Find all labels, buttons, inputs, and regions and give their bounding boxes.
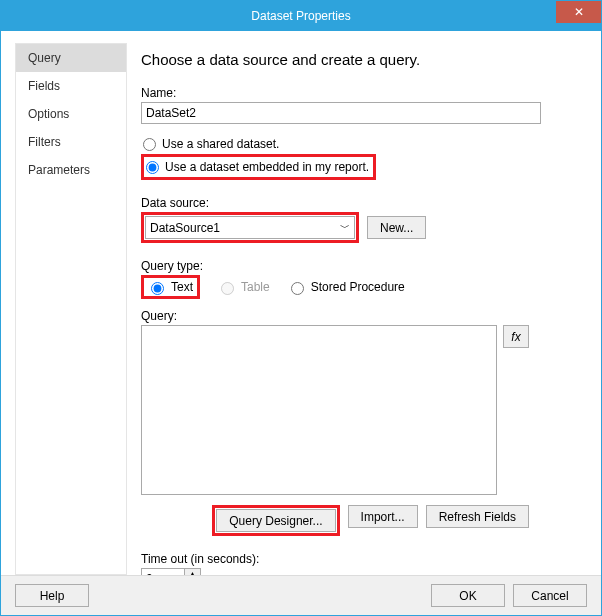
sidebar: Query Fields Options Filters Parameters [15, 43, 127, 575]
chevron-down-icon: ﹀ [340, 221, 350, 235]
sidebar-item-fields[interactable]: Fields [16, 72, 126, 100]
dataset-properties-dialog: Dataset Properties ✕ Query Fields Option… [0, 0, 602, 616]
radio-shared-dataset[interactable]: Use a shared dataset. [141, 136, 583, 152]
query-type-text-input[interactable] [151, 282, 164, 295]
radio-embedded-label: Use a dataset embedded in my report. [165, 160, 369, 174]
fx-icon: fx [511, 330, 520, 344]
radio-embedded-input[interactable] [146, 161, 159, 174]
name-input[interactable] [141, 102, 541, 124]
close-button[interactable]: ✕ [556, 1, 601, 23]
cancel-button[interactable]: Cancel [513, 584, 587, 607]
import-button[interactable]: Import... [348, 505, 418, 528]
radio-embedded-dataset[interactable]: Use a dataset embedded in my report. [144, 159, 373, 175]
query-type-text[interactable]: Text [146, 279, 193, 295]
query-textarea[interactable] [141, 325, 497, 495]
dialog-footer: Help OK Cancel [1, 575, 601, 615]
query-type-stored-procedure[interactable]: Stored Procedure [286, 279, 405, 295]
data-source-value: DataSource1 [150, 221, 220, 235]
sidebar-item-filters[interactable]: Filters [16, 128, 126, 156]
query-designer-button[interactable]: Query Designer... [216, 509, 335, 532]
page-heading: Choose a data source and create a query. [141, 51, 583, 68]
query-type-label: Query type: [141, 259, 583, 273]
sidebar-item-options[interactable]: Options [16, 100, 126, 128]
query-type-table-input [221, 282, 234, 295]
close-icon: ✕ [574, 5, 584, 19]
radio-shared-label: Use a shared dataset. [162, 137, 279, 151]
titlebar: Dataset Properties ✕ [1, 1, 601, 31]
help-button[interactable]: Help [15, 584, 89, 607]
query-type-sp-input[interactable] [291, 282, 304, 295]
timeout-label: Time out (in seconds): [141, 552, 583, 566]
window-title: Dataset Properties [251, 9, 350, 23]
refresh-fields-button[interactable]: Refresh Fields [426, 505, 529, 528]
sidebar-item-parameters[interactable]: Parameters [16, 156, 126, 184]
new-data-source-button[interactable]: New... [367, 216, 426, 239]
main-panel: Choose a data source and create a query.… [141, 43, 587, 575]
name-label: Name: [141, 86, 583, 100]
data-source-select[interactable]: DataSource1 ﹀ [145, 216, 355, 239]
data-source-label: Data source: [141, 196, 583, 210]
radio-shared-input[interactable] [143, 138, 156, 151]
ok-button[interactable]: OK [431, 584, 505, 607]
query-type-table: Table [216, 279, 270, 295]
query-label: Query: [141, 309, 583, 323]
expression-button[interactable]: fx [503, 325, 529, 348]
sidebar-item-query[interactable]: Query [16, 44, 126, 72]
